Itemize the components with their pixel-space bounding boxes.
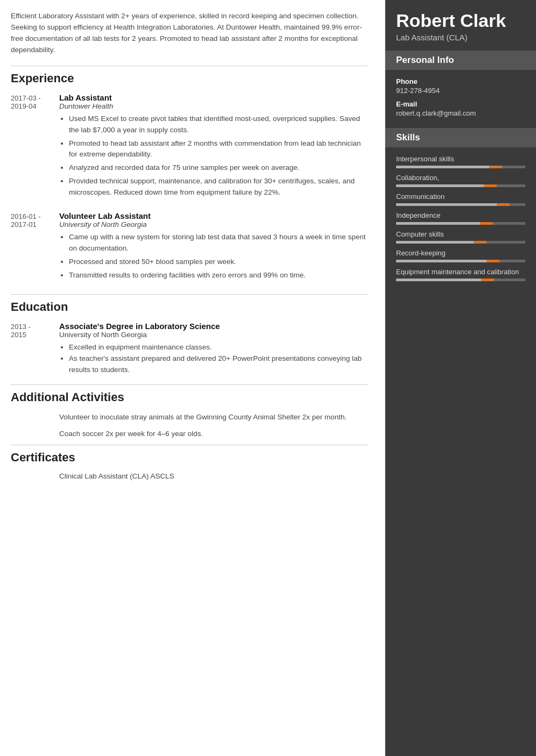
skill-item: Communication xyxy=(385,192,536,211)
skill-bar-fill xyxy=(396,203,497,206)
skill-bar-background xyxy=(396,184,525,187)
skill-bar-background xyxy=(396,203,525,206)
skill-bar-row xyxy=(396,279,525,281)
email-item: E-mail robert.q.clark@gmail.com xyxy=(385,100,536,123)
phone-item: Phone 912-278-4954 xyxy=(385,77,536,100)
exp-date: 2016-01 -2017-01 xyxy=(11,211,59,283)
skill-bar-fill xyxy=(396,279,481,281)
certificates-section: Certificates Clinical Lab Assistant (CLA… xyxy=(11,451,369,480)
skill-bar-background xyxy=(396,279,525,281)
skill-bar-background xyxy=(396,222,525,225)
skill-bar-background xyxy=(396,166,525,168)
skills-list: Interpersonal skillsCollaboration,Commun… xyxy=(385,155,536,287)
experience-item: 2016-01 -2017-01Volunteer Lab AssistantU… xyxy=(11,211,369,283)
list-item: Transmitted results to ordering faciliti… xyxy=(69,270,369,281)
email-value: robert.q.clark@gmail.com xyxy=(396,109,525,117)
exp-job-title: Volunteer Lab Assistant xyxy=(59,211,369,220)
skill-item: Computer skills xyxy=(385,230,536,249)
experience-divider xyxy=(11,66,369,66)
list-item: Promoted to head lab assistant after 2 m… xyxy=(69,138,369,161)
skill-bar-background xyxy=(396,260,525,262)
edu-degree-title: Associate's Degree in Laboratory Science xyxy=(59,322,369,331)
exp-content: Volunteer Lab AssistantUniversity of Nor… xyxy=(59,211,369,283)
activity-item: Volunteer to inoculate stray animals at … xyxy=(59,412,369,423)
skill-item: Independence xyxy=(385,211,536,230)
education-section: Education 2013 -2015Associate's Degree i… xyxy=(11,300,369,376)
skill-item: Collaboration, xyxy=(385,174,536,192)
education-divider xyxy=(11,294,369,295)
education-list: 2013 -2015Associate's Degree in Laborato… xyxy=(11,322,369,376)
skill-bar-accent xyxy=(484,184,497,187)
exp-job-title: Lab Assistant xyxy=(59,93,369,102)
education-item: 2013 -2015Associate's Degree in Laborato… xyxy=(11,322,369,376)
skill-bar-row xyxy=(396,222,525,225)
skill-bar-fill xyxy=(396,166,489,168)
skill-bar-row xyxy=(396,166,525,168)
cert-content: Clinical Lab Assistant (CLA) ASCLS xyxy=(59,472,369,480)
skills-title: Skills xyxy=(385,128,536,147)
skill-item: Equipment maintenance and calibration xyxy=(385,268,536,287)
experience-title: Experience xyxy=(11,72,369,85)
left-column: Efficient Laboratory Assistant with 2+ y… xyxy=(0,0,385,756)
skill-bar-fill xyxy=(396,260,486,262)
list-item: Analyzed and recorded data for 75 urine … xyxy=(69,162,369,174)
certificates-divider xyxy=(11,445,369,445)
skill-bar-accent xyxy=(481,279,494,281)
list-item: Provided technical support, maintenance,… xyxy=(69,176,369,198)
skill-bar-accent xyxy=(489,166,502,168)
skill-name: Computer skills xyxy=(396,230,525,238)
list-item: Processed and stored 50+ blood samples p… xyxy=(69,256,369,268)
personal-info-title: Personal Info xyxy=(385,51,536,70)
activity-item: Coach soccer 2x per week for 4–6 year ol… xyxy=(59,429,369,440)
exp-date: 2017-03 -2019-04 xyxy=(11,93,59,201)
skill-bar-fill xyxy=(396,222,480,225)
skill-name: Equipment maintenance and calibration xyxy=(396,268,525,276)
skill-name: Collaboration, xyxy=(396,174,525,182)
skill-name: Independence xyxy=(396,211,525,219)
candidate-title: Lab Assistant (CLA) xyxy=(396,33,525,42)
activities-section: Additional Activities Volunteer to inocu… xyxy=(11,390,369,440)
skill-item: Interpersonal skills xyxy=(385,155,536,174)
skill-name: Interpersonal skills xyxy=(396,155,525,163)
edu-bullets: Excelled in equipment maintenance classe… xyxy=(59,342,369,376)
experience-item: 2017-03 -2019-04Lab AssistantDuntower He… xyxy=(11,93,369,201)
list-item: Came up with a new system for storing la… xyxy=(69,232,369,254)
skill-bar-row xyxy=(396,203,525,206)
experience-section: Experience 2017-03 -2019-04Lab Assistant… xyxy=(11,72,369,283)
edu-date: 2013 -2015 xyxy=(11,322,59,376)
skill-bar-row xyxy=(396,260,525,262)
certificates-title: Certificates xyxy=(11,451,369,465)
exp-company: Duntower Health xyxy=(59,102,369,110)
right-column: Robert Clark Lab Assistant (CLA) Persona… xyxy=(385,0,536,756)
edu-school: University of North Georgia xyxy=(59,331,369,339)
phone-label: Phone xyxy=(396,77,525,85)
skill-name: Record-keeping xyxy=(396,249,525,257)
skill-bar-fill xyxy=(396,241,474,244)
summary-text: Efficient Laboratory Assistant with 2+ y… xyxy=(11,11,369,56)
exp-company: University of North Georgia xyxy=(59,220,369,229)
candidate-name: Robert Clark xyxy=(396,11,525,31)
activities-divider xyxy=(11,384,369,385)
skill-item: Record-keeping xyxy=(385,249,536,268)
skill-name: Communication xyxy=(396,192,525,201)
skill-bar-accent xyxy=(486,260,499,262)
experience-list: 2017-03 -2019-04Lab AssistantDuntower He… xyxy=(11,93,369,283)
skill-bar-background xyxy=(396,241,525,244)
activities-content: Volunteer to inoculate stray animals at … xyxy=(59,412,369,440)
email-label: E-mail xyxy=(396,100,525,108)
skill-bar-fill xyxy=(396,184,484,187)
skill-bar-row xyxy=(396,184,525,187)
exp-content: Lab AssistantDuntower HealthUsed MS Exce… xyxy=(59,93,369,201)
exp-bullets: Came up with a new system for storing la… xyxy=(59,232,369,281)
certificate-item: Clinical Lab Assistant (CLA) ASCLS xyxy=(59,472,369,480)
phone-value: 912-278-4954 xyxy=(396,87,525,95)
skill-bar-accent xyxy=(474,241,486,244)
exp-bullets: Used MS Excel to create pivot tables tha… xyxy=(59,113,369,198)
name-section: Robert Clark Lab Assistant (CLA) xyxy=(385,0,536,51)
education-title: Education xyxy=(11,300,369,314)
skill-bar-accent xyxy=(480,222,493,225)
list-item: Used MS Excel to create pivot tables tha… xyxy=(69,113,369,136)
skills-section: Skills Interpersonal skillsCollaboration… xyxy=(385,128,536,292)
edu-content: Associate's Degree in Laboratory Science… xyxy=(59,322,369,376)
list-item: Excelled in equipment maintenance classe… xyxy=(69,342,369,353)
